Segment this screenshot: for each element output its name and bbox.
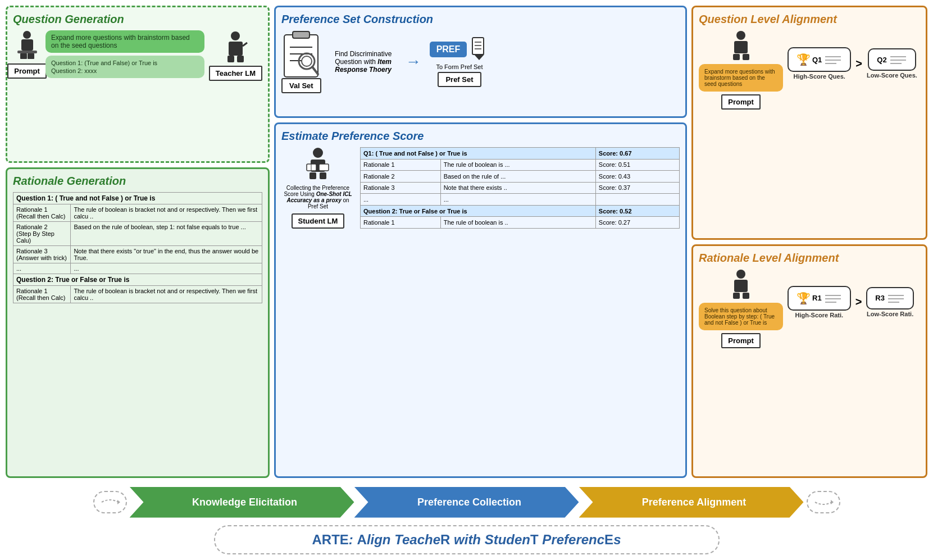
question-compare-row: 🏆 Q1 High-Score Ques. <box>788 47 917 80</box>
pref-q2-rat1-col2: The rule of boolean is .. <box>440 217 595 229</box>
arrow-preference-label: Preference Collection <box>417 497 521 508</box>
rat-col1: Rationale 2 (Step By Step Calu) <box>13 222 71 246</box>
hs-rati-label: High-Score Rati. <box>795 312 844 318</box>
table-row: Rationale 1 (Recall then Calc) The rule … <box>13 286 262 303</box>
person-icon-ra <box>729 269 754 300</box>
arrow-right-icon: → <box>406 53 421 71</box>
pref-set-label: Pref Set <box>438 72 481 87</box>
rat-col2: Note that there exists "or true" in the … <box>71 246 262 263</box>
svg-marker-50 <box>117 500 120 504</box>
prompt-label: Prompt <box>7 63 47 79</box>
dashed-left-arrow <box>93 491 127 513</box>
arrows-row: Knowledge Elicitation Preference Collect… <box>6 482 927 522</box>
rationale-align-content: Solve this question about Boolean step b… <box>699 269 920 348</box>
svg-rect-2 <box>17 51 37 53</box>
arte-container-wrapper: ARTE: Align TeacheR with StudenT Prefere… <box>6 525 927 554</box>
svg-rect-41 <box>734 280 748 292</box>
rat-col2: The rule of boolean is bracket not and o… <box>71 286 262 303</box>
svg-rect-32 <box>733 54 740 60</box>
q1-header: Question 1: ( True and not False ) or Tr… <box>13 193 262 204</box>
arrow-preference-alignment: Preference Alignment <box>579 487 804 518</box>
svg-rect-28 <box>310 172 316 179</box>
q1-bubble: 🏆 Q1 <box>788 47 851 72</box>
estimate-pref-panel: Estimate Preference Score <box>274 122 687 478</box>
svg-rect-31 <box>734 41 748 53</box>
curve-arrow-right-icon <box>812 497 835 508</box>
question-align-prompt: Prompt <box>721 94 761 110</box>
to-form-text: To Form Pref Set <box>436 63 483 70</box>
svg-point-30 <box>736 31 745 40</box>
question-gen-title: Question Generation <box>13 13 262 26</box>
arrow-knowledge: Knowledge Elicitation <box>130 487 354 518</box>
svg-rect-27 <box>319 164 329 171</box>
question-gen-panel: Question Generation <box>6 6 270 163</box>
svg-rect-18 <box>472 38 484 54</box>
question-align-title: Question Level Alignment <box>699 13 920 26</box>
svg-point-16 <box>302 56 312 66</box>
table-row: Rationale 3 (Answer with trick) Note tha… <box>13 246 262 263</box>
svg-marker-22 <box>474 54 484 60</box>
svg-point-40 <box>736 270 745 279</box>
rat-col1: Rationale 3 (Answer with trick) <box>13 246 71 263</box>
person-icon-qa <box>729 30 754 61</box>
ls-rati-label: Low-Score Rati. <box>867 311 913 317</box>
left-column: Question Generation <box>6 6 270 478</box>
pref-badge: PREF <box>430 42 467 57</box>
svg-rect-42 <box>733 293 740 299</box>
rationale-align-left: Solve this question about Boolean step b… <box>699 269 783 348</box>
hs-label: High-Score Ques. <box>794 73 845 80</box>
svg-point-5 <box>231 31 240 40</box>
right-column: Question Level Alignment Expand more que… <box>691 6 927 478</box>
svg-point-0 <box>23 31 31 39</box>
q2-label: Q2 <box>877 56 886 64</box>
rationale-compare-row: 🏆 R1 High-Score Rati. <box>788 286 914 318</box>
pref-rat2-score: Score: 0.43 <box>595 171 679 183</box>
trophy-icon: 🏆 <box>797 53 811 66</box>
pref-set-content: Val Set Find Discriminative Question wit… <box>281 30 680 93</box>
pref-q1-header: Q1: ( True and not False ) or True is <box>361 148 596 160</box>
q2-bubble: Q2 <box>868 48 916 71</box>
qgen-content: Prompt Expand more questions with brains… <box>13 30 262 81</box>
svg-rect-43 <box>743 293 749 299</box>
ls-label: Low-Score Ques. <box>867 72 917 79</box>
pref-rat1-col2: The rule of boolean is ... <box>440 159 595 171</box>
arrow-alignment-label: Preference Alignment <box>642 497 746 508</box>
svg-rect-4 <box>28 53 34 59</box>
pref-rat3-col1: Rationale 3 <box>361 182 441 194</box>
svg-rect-8 <box>237 56 244 62</box>
table-row: Q1: ( True and not False ) or True is Sc… <box>361 148 680 160</box>
table-row: Question 2: True or False or True is Sco… <box>361 205 680 217</box>
svg-rect-33 <box>743 54 749 60</box>
svg-point-23 <box>313 148 323 158</box>
pref-rat3-score: Score: 0.37 <box>595 182 679 194</box>
pref-rat3-col2: Note that there exists .. <box>440 182 595 194</box>
pref-table: Q1: ( True and not False ) or True is Sc… <box>360 147 680 229</box>
pref-q2-score: Score: 0.52 <box>595 205 679 217</box>
prompt-box <box>15 30 40 63</box>
table-row: Rationale 2 (Step By Step Calu) Based on… <box>13 222 262 246</box>
find-disc-text: Find Discriminative Question with Item R… <box>330 50 397 74</box>
main-container: Question Generation <box>0 0 933 560</box>
top-row: Question Generation <box>6 6 927 478</box>
pref-rat1-score: Score: 0.51 <box>595 159 679 171</box>
r1-bubble: 🏆 R1 <box>788 286 851 311</box>
pref-q1-score: Score: 0.67 <box>595 148 679 160</box>
collecting-text: Collecting the Preference Score Using On… <box>281 185 354 210</box>
lines-icon3 <box>825 293 842 304</box>
lines-icon4 <box>888 293 905 304</box>
rationale-align-title: Rationale Level Alignment <box>699 252 920 265</box>
rationale-compare-area: 🏆 R1 High-Score Rati. <box>788 286 914 348</box>
middle-column: Preference Set Construction <box>274 6 687 478</box>
q2-compare-pair: Q2 Low-Score Ques. <box>867 48 917 79</box>
arte-container: ARTE: Align TeacheR with StudenT Prefere… <box>214 525 720 554</box>
arrow-preference-collection: Preference Collection <box>354 487 579 518</box>
rat-col1: Rationale 1 (Recall then Calc) <box>13 204 71 222</box>
pref-q2-header: Question 2: True or False or True is <box>361 205 596 217</box>
question-compare-area: 🏆 Q1 High-Score Ques. <box>788 47 917 110</box>
svg-rect-11 <box>293 31 310 38</box>
pref-set-title: Preference Set Construction <box>281 13 680 26</box>
table-row: ... ... <box>361 194 680 206</box>
svg-rect-3 <box>20 53 27 59</box>
bubble-expand: Expand more questions with brainstorm ba… <box>45 30 204 53</box>
svg-marker-51 <box>831 500 834 504</box>
